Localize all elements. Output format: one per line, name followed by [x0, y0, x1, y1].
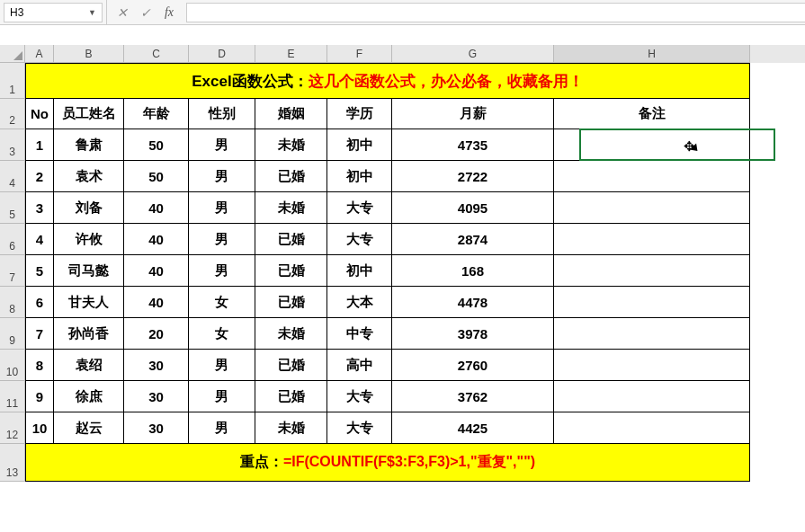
- cell-G9[interactable]: 3978: [392, 318, 554, 350]
- cell-B12[interactable]: 赵云: [54, 412, 124, 444]
- row-header-1[interactable]: 1: [0, 63, 25, 99]
- cell-A7[interactable]: 5: [25, 255, 54, 287]
- cell-E7[interactable]: 已婚: [255, 255, 327, 287]
- cell-B10[interactable]: 袁绍: [54, 350, 124, 381]
- cell-D6[interactable]: 男: [189, 224, 255, 255]
- cell-C7[interactable]: 40: [124, 255, 189, 287]
- cell-B3[interactable]: 鲁肃: [54, 129, 124, 161]
- cell-E12[interactable]: 未婚: [255, 412, 327, 444]
- cell-D12[interactable]: 男: [189, 412, 255, 444]
- cell-H4[interactable]: [554, 161, 750, 192]
- row-header-2[interactable]: 2: [0, 99, 25, 129]
- th-no[interactable]: No: [25, 99, 54, 129]
- cancel-icon[interactable]: ✕: [111, 3, 134, 22]
- th-age[interactable]: 年龄: [124, 99, 189, 129]
- row-header-6[interactable]: 6: [0, 224, 25, 255]
- cell-G5[interactable]: 4095: [392, 192, 554, 224]
- th-name[interactable]: 员工姓名: [54, 99, 124, 129]
- col-header-F[interactable]: F: [327, 45, 392, 63]
- cell-H8[interactable]: [554, 287, 750, 318]
- row-header-12[interactable]: 12: [0, 412, 25, 444]
- row-header-11[interactable]: 11: [0, 381, 25, 412]
- cell-B9[interactable]: 孙尚香: [54, 318, 124, 350]
- row-header-8[interactable]: 8: [0, 287, 25, 318]
- th-education[interactable]: 学历: [327, 99, 392, 129]
- cell-B7[interactable]: 司马懿: [54, 255, 124, 287]
- cell-A3[interactable]: 1: [25, 129, 54, 161]
- cell-A5[interactable]: 3: [25, 192, 54, 224]
- cell-F9[interactable]: 中专: [327, 318, 392, 350]
- cell-D11[interactable]: 男: [189, 381, 255, 412]
- cell-G7[interactable]: 168: [392, 255, 554, 287]
- th-marital[interactable]: 婚姻: [255, 99, 327, 129]
- cell-E3[interactable]: 未婚: [255, 129, 327, 161]
- cell-C8[interactable]: 40: [124, 287, 189, 318]
- cell-C9[interactable]: 20: [124, 318, 189, 350]
- confirm-icon[interactable]: ✓: [134, 3, 157, 22]
- th-salary[interactable]: 月薪: [392, 99, 554, 129]
- cell-C10[interactable]: 30: [124, 350, 189, 381]
- cell-H12[interactable]: [554, 412, 750, 444]
- th-gender[interactable]: 性别: [189, 99, 255, 129]
- cell-C4[interactable]: 50: [124, 161, 189, 192]
- row-header-10[interactable]: 10: [0, 350, 25, 381]
- col-header-G[interactable]: G: [392, 45, 554, 63]
- cell-D4[interactable]: 男: [189, 161, 255, 192]
- cell-E5[interactable]: 未婚: [255, 192, 327, 224]
- formula-input[interactable]: [186, 3, 805, 22]
- cell-H9[interactable]: [554, 318, 750, 350]
- row-header-5[interactable]: 5: [0, 192, 25, 224]
- col-header-B[interactable]: B: [54, 45, 124, 63]
- row-header-4[interactable]: 4: [0, 161, 25, 192]
- cell-E4[interactable]: 已婚: [255, 161, 327, 192]
- col-header-D[interactable]: D: [189, 45, 255, 63]
- th-remark[interactable]: 备注: [554, 99, 750, 129]
- cell-F11[interactable]: 大专: [327, 381, 392, 412]
- title-banner[interactable]: Excel函数公式： 这几个函数公式，办公必备，收藏备用！: [25, 63, 750, 99]
- cell-F5[interactable]: 大专: [327, 192, 392, 224]
- cell-A8[interactable]: 6: [25, 287, 54, 318]
- chevron-down-icon[interactable]: ▼: [88, 8, 96, 17]
- cell-D7[interactable]: 男: [189, 255, 255, 287]
- cell-A6[interactable]: 4: [25, 224, 54, 255]
- col-header-A[interactable]: A: [25, 45, 54, 63]
- cell-H7[interactable]: [554, 255, 750, 287]
- cell-C12[interactable]: 30: [124, 412, 189, 444]
- cell-A11[interactable]: 9: [25, 381, 54, 412]
- cell-C5[interactable]: 40: [124, 192, 189, 224]
- cell-A9[interactable]: 7: [25, 318, 54, 350]
- cell-F10[interactable]: 高中: [327, 350, 392, 381]
- cell-D5[interactable]: 男: [189, 192, 255, 224]
- cell-B8[interactable]: 甘夫人: [54, 287, 124, 318]
- name-box[interactable]: H3 ▼: [4, 3, 103, 22]
- cell-C6[interactable]: 40: [124, 224, 189, 255]
- row-header-3[interactable]: 3: [0, 129, 25, 161]
- cell-A12[interactable]: 10: [25, 412, 54, 444]
- cell-E6[interactable]: 已婚: [255, 224, 327, 255]
- cell-D8[interactable]: 女: [189, 287, 255, 318]
- cell-C11[interactable]: 30: [124, 381, 189, 412]
- col-header-E[interactable]: E: [255, 45, 327, 63]
- col-header-C[interactable]: C: [124, 45, 189, 63]
- cell-G3[interactable]: 4735: [392, 129, 554, 161]
- cell-G10[interactable]: 2760: [392, 350, 554, 381]
- cell-H5[interactable]: [554, 192, 750, 224]
- cell-G6[interactable]: 2874: [392, 224, 554, 255]
- fx-icon[interactable]: fx: [157, 3, 181, 22]
- cell-G12[interactable]: 4425: [392, 412, 554, 444]
- col-header-H[interactable]: H: [554, 45, 750, 63]
- cell-B11[interactable]: 徐庶: [54, 381, 124, 412]
- cell-E8[interactable]: 已婚: [255, 287, 327, 318]
- cell-H3[interactable]: [554, 129, 750, 161]
- cell-E10[interactable]: 已婚: [255, 350, 327, 381]
- formula-banner[interactable]: 重点： =IF(COUNTIF(F$3:F3,F3)>1,"重复",""): [25, 444, 750, 482]
- cell-F6[interactable]: 大专: [327, 224, 392, 255]
- row-header-7[interactable]: 7: [0, 255, 25, 287]
- cell-F8[interactable]: 大本: [327, 287, 392, 318]
- cell-D3[interactable]: 男: [189, 129, 255, 161]
- cell-F3[interactable]: 初中: [327, 129, 392, 161]
- cell-B4[interactable]: 袁术: [54, 161, 124, 192]
- cell-F4[interactable]: 初中: [327, 161, 392, 192]
- cell-D10[interactable]: 男: [189, 350, 255, 381]
- cell-F7[interactable]: 初中: [327, 255, 392, 287]
